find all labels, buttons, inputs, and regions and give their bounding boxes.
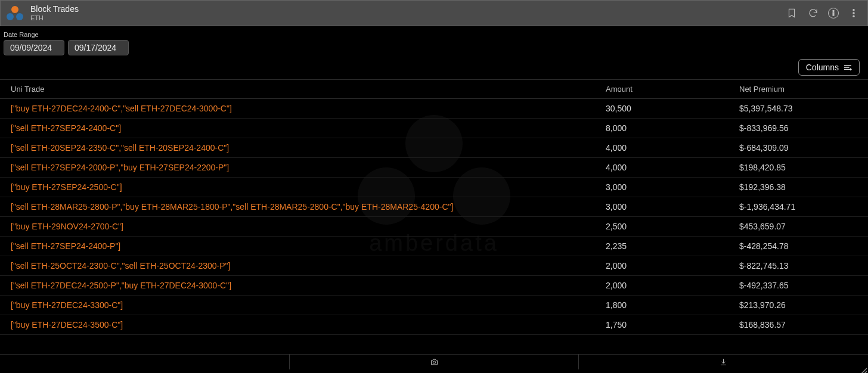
cell-net-premium: $5,397,548.73 (739, 104, 857, 113)
screenshot-button[interactable] (290, 355, 579, 369)
cell-net-premium: $-1,936,434.71 (739, 202, 857, 212)
cell-uni-trade: ["sell ETH-27SEP24-2400-C"] (11, 123, 606, 133)
table-row[interactable]: ["buy ETH-27DEC24-2400-C","sell ETH-27DE… (0, 99, 868, 119)
cell-uni-trade: ["sell ETH-27SEP24-2000-P","buy ETH-27SE… (11, 163, 606, 172)
date-range-label: Date Range (4, 31, 864, 38)
cell-net-premium: $-492,337.65 (739, 281, 857, 290)
table-row[interactable]: ["buy ETH-29NOV24-2700-C"]2,500$453,659.… (0, 217, 868, 237)
cell-net-premium: $198,420.85 (739, 163, 857, 172)
table-row[interactable]: ["sell ETH-25OCT24-2300-C","sell ETH-25O… (0, 256, 868, 276)
cell-uni-trade: ["buy ETH-27DEC24-3500-C"] (11, 320, 606, 330)
cell-uni-trade: ["sell ETH-27DEC24-2500-P","buy ETH-27DE… (11, 281, 606, 290)
cell-amount: 3,000 (606, 182, 739, 192)
cell-uni-trade: ["buy ETH-27DEC24-3300-C"] (11, 300, 606, 310)
cell-net-premium: $192,396.38 (739, 182, 857, 192)
columns-icon (844, 64, 852, 71)
col-header-amount[interactable]: Amount (606, 85, 739, 94)
cell-net-premium: $-833,969.56 (739, 123, 857, 133)
svg-point-12 (433, 361, 435, 363)
cell-uni-trade: ["buy ETH-27DEC24-2400-C","sell ETH-27DE… (11, 104, 606, 113)
cell-amount: 4,000 (606, 163, 739, 172)
download-icon (719, 358, 728, 366)
cell-uni-trade: ["sell ETH-28MAR25-2800-P","buy ETH-28MA… (11, 202, 606, 212)
cell-net-premium: $-822,745.13 (739, 261, 857, 271)
svg-point-6 (16, 13, 23, 20)
columns-button-label: Columns (806, 63, 839, 72)
cell-amount: 2,235 (606, 241, 739, 251)
svg-point-7 (833, 11, 834, 12)
page-subtitle: ETH (30, 14, 79, 21)
table-row[interactable]: ["sell ETH-27SEP24-2000-P","buy ETH-27SE… (0, 158, 868, 178)
bottom-seg-blank[interactable] (0, 355, 290, 369)
date-to-input[interactable] (68, 40, 129, 55)
date-from-input[interactable] (4, 40, 64, 55)
svg-point-10 (853, 13, 854, 14)
cell-amount: 30,500 (606, 104, 739, 113)
svg-point-4 (11, 6, 18, 13)
table-row[interactable]: ["buy ETH-27DEC24-3300-C"]1,800$213,970.… (0, 296, 868, 315)
page-title: Block Trades (30, 5, 79, 14)
cell-net-premium: $-684,309.09 (739, 143, 857, 153)
cell-uni-trade: ["sell ETH-25OCT24-2300-C","sell ETH-25O… (11, 261, 606, 271)
table-row[interactable]: ["sell ETH-20SEP24-2350-C","sell ETH-20S… (0, 138, 868, 158)
resize-handle-icon[interactable] (860, 366, 867, 373)
cell-net-premium: $168,836.57 (739, 320, 857, 330)
cell-uni-trade: ["sell ETH-20SEP24-2350-C","sell ETH-20S… (11, 143, 606, 153)
refresh-icon[interactable] (807, 7, 820, 20)
cell-net-premium: $213,970.26 (739, 300, 857, 310)
app-logo (4, 4, 26, 22)
svg-rect-8 (833, 13, 834, 15)
cell-uni-trade: ["buy ETH-27SEP24-2500-C"] (11, 182, 606, 192)
more-menu-icon[interactable] (847, 7, 860, 20)
svg-point-9 (853, 10, 854, 11)
cell-amount: 1,750 (606, 320, 739, 330)
table-row[interactable]: ["sell ETH-27DEC24-2500-P","buy ETH-27DE… (0, 276, 868, 296)
cell-amount: 2,500 (606, 222, 739, 231)
svg-point-11 (853, 15, 854, 17)
cell-amount: 4,000 (606, 143, 739, 153)
table-row[interactable]: ["buy ETH-27SEP24-2500-C"]3,000$192,396.… (0, 178, 868, 197)
trades-table: Uni Trade Amount Net Premium ["buy ETH-2… (0, 79, 868, 335)
cell-uni-trade: ["buy ETH-29NOV24-2700-C"] (11, 222, 606, 231)
cell-amount: 1,800 (606, 300, 739, 310)
bookmark-icon[interactable] (785, 7, 798, 20)
svg-point-5 (7, 13, 14, 20)
cell-amount: 3,000 (606, 202, 739, 212)
header-bar: Block Trades ETH (0, 0, 868, 26)
col-header-net-premium[interactable]: Net Premium (739, 85, 857, 94)
table-row[interactable]: ["buy ETH-27DEC24-3500-C"]1,750$168,836.… (0, 315, 868, 335)
table-row[interactable]: ["sell ETH-28MAR25-2800-P","buy ETH-28MA… (0, 197, 868, 217)
table-row[interactable]: ["sell ETH-27SEP24-2400-C"]8,000$-833,96… (0, 119, 868, 138)
download-button[interactable] (579, 355, 868, 369)
filter-row: Date Range (0, 26, 868, 59)
col-header-uni-trade[interactable]: Uni Trade (11, 85, 606, 94)
cell-uni-trade: ["sell ETH-27SEP24-2400-P"] (11, 241, 606, 251)
cell-amount: 2,000 (606, 281, 739, 290)
cell-net-premium: $-428,254.78 (739, 241, 857, 251)
cell-net-premium: $453,659.07 (739, 222, 857, 231)
columns-button[interactable]: Columns (798, 59, 860, 76)
info-icon[interactable] (828, 8, 839, 18)
camera-icon (430, 358, 439, 366)
cell-amount: 2,000 (606, 261, 739, 271)
bottom-toolbar (0, 354, 868, 369)
table-header-row: Uni Trade Amount Net Premium (0, 79, 868, 99)
table-row[interactable]: ["sell ETH-27SEP24-2400-P"]2,235$-428,25… (0, 237, 868, 256)
cell-amount: 8,000 (606, 123, 739, 133)
